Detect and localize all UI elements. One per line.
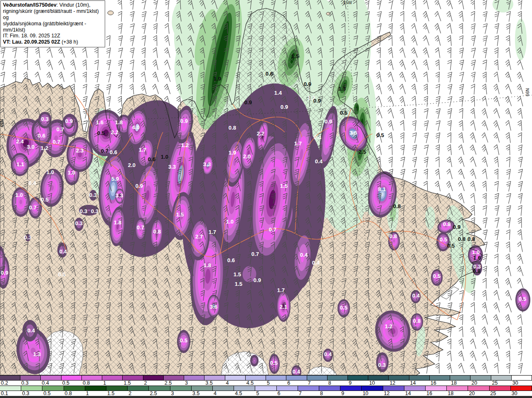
precip-value-label: 1.6 [96, 119, 103, 125]
colorbar-tick-label: 30 [512, 391, 517, 396]
precip-value-label: 2.2 [257, 130, 264, 137]
precip-value-label: 1.7 [139, 147, 146, 153]
precip-value-label: 2.4 [16, 138, 24, 145]
precip-value-label: 1.8 [204, 262, 211, 268]
colorbar-segment [468, 386, 489, 391]
meridian-label: 15W [343, 0, 352, 5]
colorbar-segment [82, 376, 102, 380]
precip-value-label: 2.0 [243, 153, 251, 160]
precip-value-label: 1.5 [280, 183, 288, 189]
precip-value-label: 0.7 [101, 148, 108, 154]
precip-value-label: 0.8 [473, 268, 480, 274]
colorbar-segment [62, 376, 82, 380]
colorbar-tick-label: 4 [214, 391, 217, 396]
precip-value-label: 2.3 [76, 147, 84, 154]
precip-value-label: 0.5 [58, 271, 66, 278]
colorbar-tick-label: 3 [171, 391, 174, 396]
colorbar-tick-label: 1 [86, 391, 89, 396]
colorbar-tick-label: 14 [410, 380, 416, 386]
precip-value-label: 0.8 [229, 125, 236, 131]
colorbar-segment [21, 386, 42, 391]
colorbar-tick-label: 5 [267, 380, 270, 386]
colorbar-segment [149, 386, 170, 391]
title-line-2: rigning/skúrir (grænt/blátt/rautt - mm/1… [3, 8, 103, 21]
island [326, 12, 330, 15]
colorbar-segment [192, 386, 213, 391]
precip-value-label: 0.4 [300, 252, 308, 258]
precip-value-label: 0.9 [313, 98, 321, 104]
precip-value-label: 0.6 [266, 71, 273, 77]
colorbar-segment [266, 376, 286, 380]
colorbar-segment [170, 386, 192, 391]
sleet-colorbar-labels: 0.20.30.40.50.811.522.533.544.5567891012… [0, 381, 532, 386]
colorbar-segment [42, 386, 64, 391]
rain-blob [515, 19, 527, 60]
precip-value-label: 2.7 [195, 233, 203, 240]
colorbar-tick-label: 0.2 [1, 380, 8, 386]
colorbar-segment [307, 376, 328, 380]
precip-value-label: 0.3 [91, 208, 99, 214]
latitude-label-right: 66N [525, 88, 530, 96]
title-box: Veðurstofan/IS750dev: Vindur (10m), rign… [0, 0, 105, 47]
colorbar-segment [490, 386, 511, 391]
precip-value-label: 0.5 [433, 273, 441, 279]
colorbar-tick-label: 2 [128, 391, 131, 396]
colorbar-segment [204, 376, 225, 380]
precip-value-label: 3.3 [168, 164, 176, 170]
precip-value-label: 0.8 [153, 228, 161, 235]
colorbar-tick-label: 0.3 [21, 380, 28, 386]
precip-value-label: 1.1 [17, 161, 24, 167]
precip-value-label: 0.9 [325, 118, 332, 125]
precip-value-label: 1.8 [114, 219, 121, 226]
precip-value-label: 1.0 [226, 219, 234, 225]
precip-value-label: 1.2 [385, 323, 392, 329]
precip-value-label: 0.9 [1, 270, 8, 276]
precip-value-label: 0.7 [137, 224, 144, 231]
colorbar-segment [298, 386, 319, 391]
colorbar-segment [511, 386, 532, 391]
colorbar-tick-label: 6 [278, 391, 281, 396]
colorbar-segment [319, 386, 340, 391]
precip-value-label: 0.3 [80, 208, 87, 214]
colorbar-tick-label: 9 [349, 380, 352, 386]
colorbar-segment [164, 376, 184, 380]
colorbar-tick-label: 0.4 [42, 380, 49, 386]
precip-value-label: 0.8 [443, 221, 451, 227]
precip-value-label: 0.7 [57, 126, 64, 133]
colorbar-tick-label: 18 [451, 380, 457, 386]
precip-value-label: 2.5 [359, 149, 366, 155]
precip-value-label: 0.5 [340, 305, 347, 311]
precip-value-label: 1.0 [15, 192, 23, 198]
colorbar-tick-label: 1.5 [123, 380, 131, 386]
colorbar-tick-label: 8 [320, 391, 323, 396]
precip-value-label: 0.4 [412, 292, 420, 299]
colorbar-segment [106, 386, 128, 391]
colorbar-tick-label: 6 [287, 380, 290, 386]
precip-value-label: 0.6 [227, 257, 235, 263]
colorbar-segment [102, 376, 123, 380]
precip-value-label: 0.7 [269, 226, 276, 233]
colorbar-segment [389, 376, 409, 380]
colorbar-panel: 0.20.30.40.50.811.522.533.544.5567891012… [0, 375, 532, 398]
precip-value-label: 0.9 [65, 118, 73, 124]
precip-value-label: 2.1 [280, 304, 287, 310]
colorbar-segment [20, 376, 41, 380]
colorbar-segment [246, 376, 266, 380]
precip-value-label: 1.3 [33, 351, 41, 357]
precip-value-label: 1.8 [115, 119, 123, 125]
precip-value-label: 1.7 [294, 140, 302, 147]
precip-value-label: 0.3 [89, 192, 97, 198]
colorbar-segment [85, 386, 106, 391]
precip-value-label: 1.7 [277, 287, 285, 293]
colorbar-tick-label: 16 [431, 380, 436, 386]
colorbar-segment [512, 376, 532, 380]
precip-value-label: 0.5 [340, 110, 347, 116]
valid-time-bold: VT: Lau. 20.09.2025 02Z [3, 39, 60, 45]
colorbar-segment [450, 376, 470, 380]
colorbar-segment [213, 386, 234, 391]
colorbar-tick-label: 4.5 [246, 380, 254, 386]
colorbar-segment [491, 376, 512, 380]
colorbar-tick-label: 7 [308, 380, 310, 386]
map-canvas[interactable]: 0.30.91.61.80.72.20.60.52.40.73.01.22.30… [0, 0, 532, 375]
precip-value-label: 0.8 [389, 233, 397, 239]
